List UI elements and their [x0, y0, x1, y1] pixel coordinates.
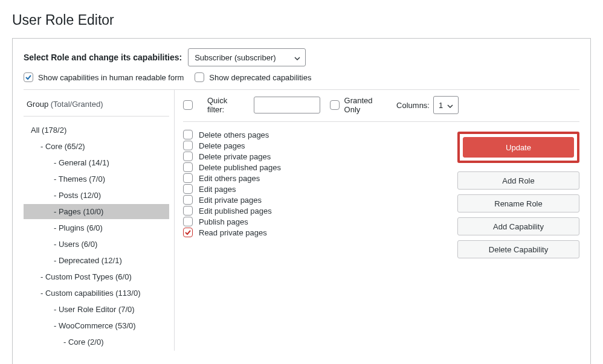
checkbox-icon [183, 162, 193, 172]
role-select-value: Subscriber (subscriber) [195, 53, 276, 62]
checkbox-icon [183, 206, 193, 216]
granted-only-label: Granted Only [344, 96, 387, 114]
actions-column: Update Add Role Rename Role Add Capabili… [457, 128, 579, 258]
select-role-label: Select Role and change its capabilities: [24, 53, 182, 62]
group-item-label: - Custom capabilities (113/0) [40, 289, 140, 298]
capability-item[interactable]: Publish pages [183, 216, 457, 227]
capability-item[interactable]: Read private pages [183, 227, 457, 238]
group-item-label: - WooCommerce (53/0) [54, 321, 136, 330]
checkbox-icon [183, 141, 193, 150]
checkbox-icon [330, 100, 340, 110]
checkbox-icon [183, 173, 193, 183]
chevron-down-icon [447, 102, 453, 108]
capability-label: Edit others pages [199, 174, 260, 183]
human-readable-label: Show capabilities in human readable form [38, 73, 184, 82]
checkbox-icon [183, 228, 193, 237]
capability-label: Delete private pages [199, 152, 271, 161]
checkbox-icon [183, 217, 193, 226]
checkbox-icon [183, 152, 193, 161]
group-item-label: - Users (6/0) [54, 240, 97, 249]
capability-item[interactable]: Delete private pages [183, 151, 457, 162]
deprecated-label: Show deprecated capabilities [209, 73, 311, 82]
columns-value: 1 [439, 101, 443, 110]
capability-label: Publish pages [199, 217, 248, 226]
checkbox-icon [183, 184, 193, 194]
add-role-button[interactable]: Add Role [457, 171, 579, 190]
capability-item[interactable]: Delete pages [183, 140, 457, 151]
capability-item[interactable]: Edit pages [183, 184, 457, 194]
granted-only-option[interactable]: Granted Only [330, 96, 387, 114]
group-item[interactable]: - WooCommerce (53/0) [24, 318, 169, 333]
deprecated-option[interactable]: Show deprecated capabilities [195, 72, 311, 82]
capability-label: Edit private pages [199, 196, 262, 205]
capability-item[interactable]: Edit published pages [183, 205, 457, 216]
group-item[interactable]: - Custom Post Types (6/0) [24, 269, 169, 284]
group-item[interactable]: - Pages (10/0) [24, 204, 169, 219]
group-tree: All (178/2)- Core (65/2)- General (14/1)… [24, 123, 169, 350]
group-item-label: All (178/2) [31, 126, 66, 135]
group-item[interactable]: - Core (65/2) [24, 139, 169, 154]
group-item[interactable]: - Core (2/0) [24, 334, 169, 350]
capability-label: Edit published pages [199, 206, 272, 216]
group-item[interactable]: - Plugins (6/0) [24, 220, 169, 235]
capability-item[interactable]: Delete published pages [183, 162, 457, 173]
update-button[interactable]: Update [463, 137, 574, 158]
group-item[interactable]: - Deprecated (12/1) [24, 253, 169, 268]
group-item[interactable]: - Users (6/0) [24, 237, 169, 252]
capability-label: Delete published pages [199, 163, 281, 172]
chevron-down-icon [294, 54, 300, 60]
page-title: User Role Editor [12, 12, 591, 28]
group-item[interactable]: - User Role Editor (7/0) [24, 302, 169, 317]
quick-filter-input[interactable] [254, 97, 320, 113]
group-heading: Group (Total/Granted) [24, 97, 169, 117]
group-item-label: - Themes (7/0) [54, 174, 105, 184]
select-all-checkbox[interactable] [183, 100, 193, 110]
editor-panel: Select Role and change its capabilities:… [12, 38, 591, 364]
capability-label: Read private pages [199, 228, 267, 237]
checkbox-icon [24, 72, 33, 82]
group-item[interactable]: - Themes (7/0) [24, 171, 169, 187]
quick-filter-label: Quick filter: [207, 96, 244, 114]
group-item-label: - Posts (12/0) [54, 191, 101, 200]
group-item-label: - Plugins (6/0) [54, 223, 103, 232]
checkbox-icon [195, 72, 204, 82]
capability-item[interactable]: Edit others pages [183, 173, 457, 184]
group-item-label: - Deprecated (12/1) [54, 256, 122, 265]
rename-role-button[interactable]: Rename Role [457, 194, 579, 212]
group-item[interactable]: All (178/2) [24, 123, 169, 138]
capability-label: Delete others pages [199, 130, 269, 139]
group-sidebar: Group (Total/Granted) All (178/2)- Core … [24, 90, 175, 351]
group-item-label: - Custom Post Types (6/0) [40, 272, 132, 281]
group-item-label: - User Role Editor (7/0) [54, 305, 135, 314]
human-readable-option[interactable]: Show capabilities in human readable form [24, 72, 184, 82]
role-select[interactable]: Subscriber (subscriber) [188, 48, 306, 66]
update-highlight: Update [457, 132, 579, 163]
group-item[interactable]: - Posts (12/0) [24, 188, 169, 203]
capability-label: Edit pages [199, 185, 236, 194]
group-item[interactable]: - General (14/1) [24, 155, 169, 170]
columns-label: Columns: [396, 101, 430, 110]
columns-select[interactable]: 1 [433, 96, 459, 114]
capability-item[interactable]: Edit private pages [183, 194, 457, 205]
group-item-label: - General (14/1) [54, 158, 109, 167]
capability-label: Delete pages [199, 141, 245, 150]
group-item[interactable]: - Custom capabilities (113/0) [24, 286, 169, 301]
checkbox-icon [183, 130, 193, 139]
checkbox-icon [183, 195, 193, 205]
group-item-label: - Core (2/0) [63, 337, 103, 346]
capabilities-list: Delete others pagesDelete pagesDelete pr… [183, 128, 457, 238]
add-capability-button[interactable]: Add Capability [457, 217, 579, 235]
capability-item[interactable]: Delete others pages [183, 129, 457, 140]
group-item-label: - Core (65/2) [40, 142, 85, 151]
group-item-label: - Pages (10/0) [54, 207, 103, 216]
delete-capability-button[interactable]: Delete Capability [457, 240, 579, 258]
